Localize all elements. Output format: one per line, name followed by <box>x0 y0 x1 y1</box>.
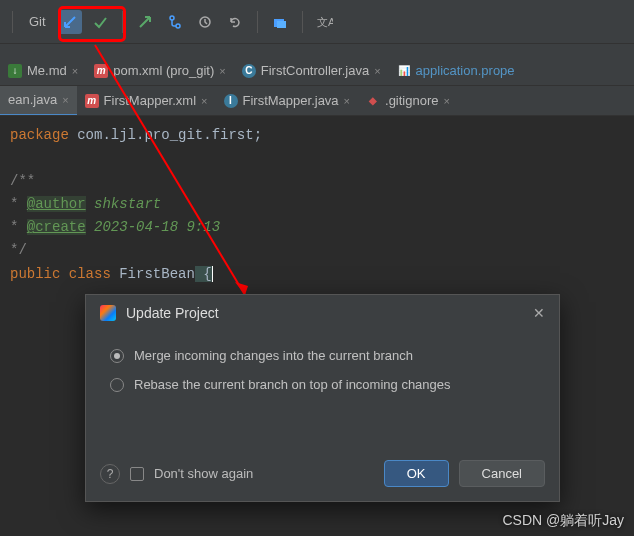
dialog-titlebar: Update Project ✕ <box>86 295 559 331</box>
class-icon: C <box>242 64 256 78</box>
tab-bean[interactable]: ean.java × <box>0 86 77 116</box>
keyword: public class <box>10 266 119 282</box>
radio-rebase[interactable]: Rebase the current branch on top of inco… <box>110 370 535 399</box>
translate-button[interactable]: 文A <box>313 10 337 34</box>
radio-label: Merge incoming changes into the current … <box>134 348 413 363</box>
close-icon[interactable]: × <box>201 95 207 107</box>
dialog-body: Merge incoming changes into the current … <box>86 331 559 399</box>
watermark: CSDN @躺着听Jay <box>502 512 624 530</box>
separator <box>257 11 258 33</box>
tab-pom[interactable]: m pom.xml (pro_git) × <box>86 56 234 86</box>
gitignore-icon: ◆ <box>366 94 380 108</box>
comment: /** <box>10 170 624 193</box>
separator <box>12 11 13 33</box>
svg-point-0 <box>170 16 174 20</box>
doc-tag: @author <box>27 196 86 212</box>
close-icon[interactable]: × <box>374 65 380 77</box>
tab-properties[interactable]: 📊 application.prope <box>389 56 523 86</box>
close-icon[interactable]: × <box>344 95 350 107</box>
separator <box>122 11 123 33</box>
intellij-icon <box>100 305 116 321</box>
comment: * <box>10 196 27 212</box>
maven-icon: m <box>94 64 108 78</box>
dialog-footer: ? Don't show again OK Cancel <box>86 446 559 501</box>
history-button[interactable] <box>193 10 217 34</box>
keyword: package <box>10 127 69 143</box>
tab-label: FirstController.java <box>261 63 369 78</box>
doc-tag: @create <box>27 219 86 235</box>
separator <box>302 11 303 33</box>
brace: { <box>195 266 212 282</box>
branch-button[interactable] <box>163 10 187 34</box>
svg-text:文A: 文A <box>317 16 333 28</box>
tab-label: .gitignore <box>385 93 438 108</box>
tab-label: FirstMapper.java <box>243 93 339 108</box>
svg-point-1 <box>176 24 180 28</box>
commit-button[interactable] <box>88 10 112 34</box>
tab-label: pom.xml (pro_git) <box>113 63 214 78</box>
close-icon[interactable]: × <box>444 95 450 107</box>
interface-icon: I <box>224 94 238 108</box>
svg-rect-4 <box>277 21 286 28</box>
comment: * <box>10 219 27 235</box>
checkbox-label: Don't show again <box>154 466 374 481</box>
push-button[interactable] <box>133 10 157 34</box>
help-button[interactable]: ? <box>100 464 120 484</box>
rollback-button[interactable] <box>223 10 247 34</box>
doc-value: 2023-04-18 9:13 <box>86 219 220 235</box>
close-icon[interactable]: × <box>219 65 225 77</box>
tab-label: ean.java <box>8 92 57 107</box>
xml-icon: m <box>85 94 99 108</box>
comment: */ <box>10 239 624 262</box>
radio-icon <box>110 349 124 363</box>
tab-label: Me.md <box>27 63 67 78</box>
ok-button[interactable]: OK <box>384 460 449 487</box>
cancel-button[interactable]: Cancel <box>459 460 545 487</box>
git-label[interactable]: Git <box>23 12 52 31</box>
doc-value: shkstart <box>86 196 162 212</box>
update-project-dialog: Update Project ✕ Merge incoming changes … <box>85 294 560 502</box>
tab-gitignore[interactable]: ◆ .gitignore × <box>358 86 458 116</box>
dont-show-checkbox[interactable] <box>130 467 144 481</box>
tab-label: FirstMapper.xml <box>104 93 196 108</box>
code-editor[interactable]: package com.ljl.pro_git.first; /** * @au… <box>0 116 634 294</box>
markdown-icon: ↓ <box>8 64 22 78</box>
tab-label: application.prope <box>416 63 515 78</box>
editor-tabs-row-1: ↓ Me.md × m pom.xml (pro_git) × C FirstC… <box>0 56 634 86</box>
close-icon[interactable]: × <box>72 65 78 77</box>
tab-mapper-java[interactable]: I FirstMapper.java × <box>216 86 359 116</box>
tab-mapper-xml[interactable]: m FirstMapper.xml × <box>77 86 216 116</box>
text-cursor <box>212 266 221 282</box>
package-name: com.ljl.pro_git.first; <box>69 127 262 143</box>
main-toolbar: Git 文A <box>0 0 634 44</box>
close-icon[interactable]: × <box>62 94 68 106</box>
properties-icon: 📊 <box>397 64 411 78</box>
class-name: FirstBean <box>119 266 195 282</box>
radio-label: Rebase the current branch on top of inco… <box>134 377 451 392</box>
folder-button[interactable] <box>268 10 292 34</box>
tab-readme[interactable]: ↓ Me.md × <box>0 56 86 86</box>
update-project-button[interactable] <box>58 10 82 34</box>
radio-icon <box>110 378 124 392</box>
spacer <box>0 44 634 56</box>
dialog-title: Update Project <box>126 305 523 321</box>
editor-tabs-row-2: ean.java × m FirstMapper.xml × I FirstMa… <box>0 86 634 116</box>
tab-controller[interactable]: C FirstController.java × <box>234 56 389 86</box>
radio-merge[interactable]: Merge incoming changes into the current … <box>110 341 535 370</box>
close-icon[interactable]: ✕ <box>533 305 545 321</box>
